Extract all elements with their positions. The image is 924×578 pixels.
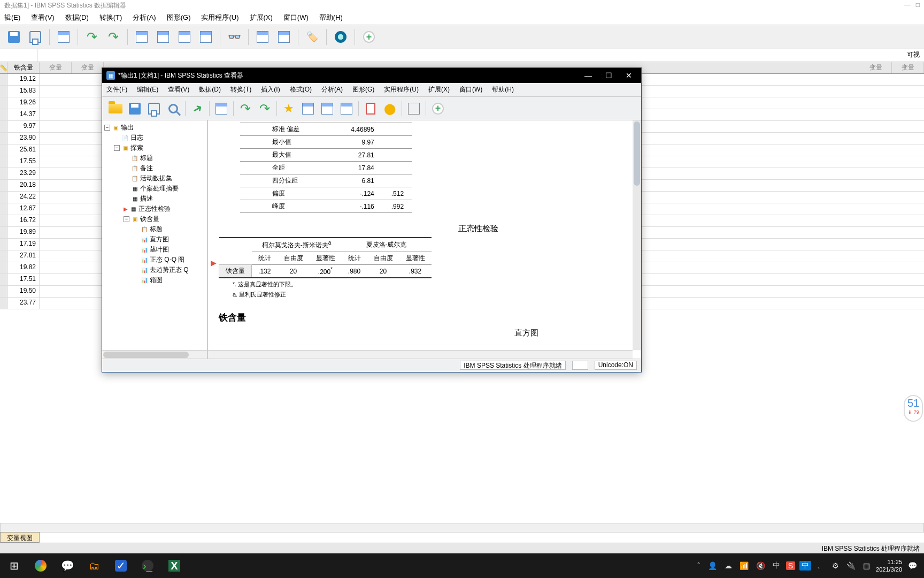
data-cell[interactable]: 19.89 <box>7 227 40 238</box>
vmenu-insert[interactable]: 插入(I) <box>259 84 282 95</box>
data-cell[interactable]: 17.51 <box>7 274 40 285</box>
col-header-var1[interactable]: 铁含量 <box>7 62 40 73</box>
row-header[interactable] <box>0 144 7 156</box>
vmenu-window[interactable]: 窗口(W) <box>457 84 484 95</box>
variables-icon[interactable] <box>337 100 356 118</box>
todo-icon[interactable]: ✓ <box>108 555 134 576</box>
redo-icon[interactable]: ↷ <box>104 27 123 47</box>
col-header-empty[interactable]: 变量 <box>892 62 924 73</box>
data-cell[interactable]: 23.77 <box>7 298 40 309</box>
row-header[interactable] <box>0 97 7 109</box>
terminal-icon[interactable]: ›_ <box>135 555 160 576</box>
print-icon[interactable] <box>145 100 163 118</box>
sogou-icon[interactable]: S <box>786 561 795 570</box>
start-button[interactable]: ⊞ <box>1 555 27 576</box>
wechat-icon[interactable]: 💬 <box>55 555 80 576</box>
tree-horizontal-scrollbar[interactable] <box>102 350 207 359</box>
vmenu-data[interactable]: 数据(D) <box>197 84 223 95</box>
data-cell[interactable]: 24.22 <box>7 192 40 203</box>
menu-edit[interactable]: 辑(E) <box>2 12 22 24</box>
col-header-empty[interactable]: 变量 <box>72 62 104 73</box>
data-cell[interactable]: 19.26 <box>7 97 40 109</box>
tree-boxplot[interactable]: 箱图 <box>150 276 163 285</box>
vmenu-help[interactable]: 帮助(H) <box>490 84 516 95</box>
goto-case-icon[interactable] <box>299 100 317 118</box>
viewer-titlebar[interactable]: ▦ *输出1 [文档1] - IBM SPSS Statistics 查看器 —… <box>102 68 641 83</box>
tree-explore[interactable]: 探索 <box>130 143 143 153</box>
cell-reference-box[interactable] <box>0 49 37 62</box>
tree-log[interactable]: 日志 <box>130 133 143 142</box>
dialog-recall-icon[interactable] <box>54 27 73 47</box>
tree-case-summary[interactable]: 个案处理摘要 <box>140 184 179 193</box>
menu-help[interactable]: 帮助(H) <box>317 12 345 24</box>
tray-up-icon[interactable]: ˄ <box>695 561 702 570</box>
row-header[interactable] <box>0 133 7 144</box>
data-cell[interactable]: 23.29 <box>7 168 40 179</box>
output-content[interactable]: 标准 偏差4.46895 最小值9.97 最大值27.81 全距17.84 四分… <box>208 120 641 359</box>
data-cell[interactable]: 20.18 <box>7 180 40 191</box>
tree-stemleaf[interactable]: 茎叶图 <box>150 245 169 254</box>
designate-window-icon[interactable]: ⬤ <box>381 100 399 118</box>
goto-case-icon[interactable] <box>132 27 151 47</box>
menu-transform[interactable]: 转换(T) <box>97 12 125 24</box>
row-header[interactable] <box>0 156 7 168</box>
tree-collapse-icon[interactable]: − <box>104 125 110 131</box>
row-header[interactable] <box>0 168 7 179</box>
excel-icon[interactable]: X <box>161 555 187 576</box>
row-header[interactable] <box>0 262 7 273</box>
dialog-recall-icon[interactable] <box>212 100 230 118</box>
data-cell[interactable]: 9.97 <box>7 121 40 132</box>
menu-utilities[interactable]: 实用程序(U) <box>199 12 241 24</box>
print-preview-icon[interactable] <box>164 100 182 118</box>
insert-icon[interactable] <box>405 100 423 118</box>
data-cell[interactable]: 23.90 <box>7 133 40 144</box>
ime-box-icon[interactable]: 中 <box>799 561 811 571</box>
people-icon[interactable]: 👤 <box>706 561 719 570</box>
print-icon[interactable] <box>26 27 45 47</box>
redo-icon[interactable]: ↷ <box>256 100 274 118</box>
tree-collapse-icon[interactable]: − <box>124 216 129 222</box>
vmenu-file[interactable]: 文件(F) <box>104 84 129 95</box>
recycle-icon[interactable]: 🗂 <box>81 555 107 576</box>
select-last-output-icon[interactable] <box>361 100 380 118</box>
data-cell[interactable]: 19.82 <box>7 262 40 273</box>
run-descriptives-icon[interactable] <box>196 27 215 47</box>
save-icon[interactable] <box>4 27 24 47</box>
notification-icon[interactable]: 💬 <box>906 561 919 570</box>
row-header[interactable] <box>0 215 7 226</box>
tree-output[interactable]: 输出 <box>121 123 134 132</box>
chrome-icon[interactable] <box>28 555 53 576</box>
row-header[interactable] <box>0 239 7 250</box>
vertical-scrollbar[interactable] <box>633 120 641 350</box>
menu-extensions[interactable]: 扩展(X) <box>248 12 275 24</box>
undo-icon[interactable]: ↶ <box>236 100 255 118</box>
data-cell[interactable]: 14.37 <box>7 109 40 120</box>
tree-notes[interactable]: 备注 <box>140 164 153 173</box>
network-icon[interactable]: 🔌 <box>845 561 857 570</box>
vmenu-analyze[interactable]: 分析(A) <box>319 84 345 95</box>
menu-view[interactable]: 查看(V) <box>29 12 56 24</box>
goto-data-icon[interactable]: ★ <box>280 100 298 118</box>
col-header-empty[interactable]: 变量 <box>860 62 892 73</box>
data-cell[interactable]: 19.12 <box>7 74 40 85</box>
row-header[interactable] <box>0 250 7 262</box>
goto-variable-icon[interactable] <box>153 27 173 47</box>
show-all-icon[interactable] <box>331 27 350 47</box>
add-icon[interactable] <box>429 100 447 118</box>
horizontal-scrollbar[interactable] <box>208 350 633 359</box>
vmenu-graphs[interactable]: 图形(G) <box>350 84 376 95</box>
vmenu-edit[interactable]: 编辑(E) <box>135 84 160 95</box>
tree-title[interactable]: 标题 <box>140 154 153 163</box>
variables-icon[interactable] <box>175 27 194 47</box>
export-icon[interactable]: ➜ <box>188 100 206 118</box>
vmenu-format[interactable]: 格式(O) <box>288 84 314 95</box>
tree-qq[interactable]: 正态 Q-Q 图 <box>150 255 184 264</box>
tree-active-dataset[interactable]: 活动数据集 <box>140 174 172 183</box>
row-header[interactable] <box>0 274 7 285</box>
row-header[interactable] <box>0 227 7 238</box>
open-icon[interactable] <box>106 100 125 118</box>
row-header[interactable] <box>0 74 7 85</box>
grid-icon[interactable]: ▦ <box>861 561 872 570</box>
col-header-empty[interactable]: 变量 <box>40 62 72 73</box>
battery-icon[interactable]: ⚙ <box>830 561 841 570</box>
